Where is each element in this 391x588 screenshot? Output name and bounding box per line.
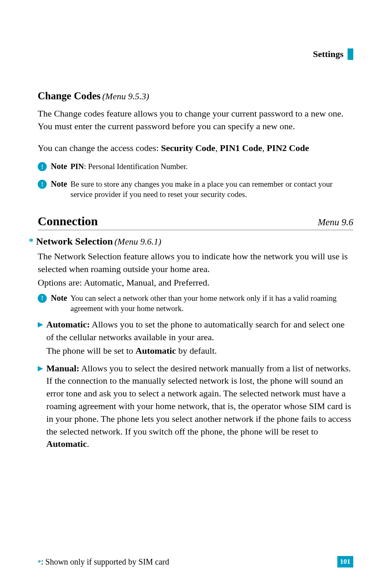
connection-menu-ref: Menu 9.6	[318, 217, 353, 228]
manual-text: Manual: Allows you to select the desired…	[46, 362, 353, 451]
note-label: Note	[51, 179, 67, 189]
network-para2: Options are: Automatic, Manual, and Pref…	[38, 277, 353, 289]
alert-icon: !	[38, 294, 47, 303]
connection-heading: Connection Menu 9.6	[38, 214, 353, 228]
change-codes-para1: The Change codes feature allows you to c…	[38, 108, 353, 133]
bullet-automatic: ▶ Automatic: Allows you to set the phone…	[38, 318, 353, 357]
connection-title: Connection	[38, 214, 98, 228]
manual-label: Manual:	[46, 363, 80, 373]
network-selection-title: Network Selection	[36, 236, 113, 247]
note-pin-text: PIN: Personal Identification Number.	[70, 162, 188, 172]
network-selection-menu-ref: (Menu 9.6.1)	[114, 236, 161, 247]
automatic-text: Automatic: Allows you to set the phone t…	[46, 318, 353, 357]
triangle-bullet-icon: ▶	[38, 364, 43, 373]
change-codes-menu-ref: (Menu 9.5.3)	[102, 91, 149, 101]
page-footer: *: Shown only if supported by SIM card 1…	[38, 556, 353, 567]
star-icon: *	[29, 236, 34, 247]
network-para1: The Network Selection feature allows you…	[38, 250, 353, 276]
network-selection-heading: * Network Selection (Menu 9.6.1)	[29, 236, 353, 247]
alert-icon: !	[38, 180, 47, 189]
divider	[38, 230, 353, 230]
change-codes-title: Change Codes	[38, 90, 101, 101]
page-number: 101	[337, 556, 354, 567]
change-codes-para2: You can change the access codes: Securit…	[38, 142, 353, 155]
manual-desc-pre: Allows you to select the desired network…	[46, 363, 351, 437]
automatic-desc2-pre: The phone will be set to	[46, 345, 136, 356]
header-accent-block	[348, 48, 353, 60]
note-roaming: ! Note You can select a network other th…	[38, 293, 353, 313]
footer-note: *: Shown only if supported by SIM card	[38, 557, 169, 567]
note-label: Note	[51, 293, 67, 303]
pin1-code-label: PIN1 Code	[220, 143, 262, 153]
pin2-code-label: PIN2 Code	[267, 143, 309, 153]
bullet-manual: ▶ Manual: Allows you to select the desir…	[38, 362, 353, 451]
note-pin: ! Note PIN: Personal Identification Numb…	[38, 162, 353, 172]
manual-desc-post: .	[87, 439, 89, 449]
page-content: Change Codes (Menu 9.5.3) The Change cod…	[38, 90, 353, 451]
automatic-desc2-post: by default.	[176, 345, 217, 356]
note-store-changes: ! Note Be sure to store any changes you …	[38, 179, 353, 199]
automatic-label: Automatic:	[46, 319, 90, 329]
alert-icon: !	[38, 162, 47, 171]
footer-text: : Shown only if supported by SIM card	[41, 557, 169, 566]
note-pin-rest: : Personal Identification Number.	[84, 162, 188, 171]
note-pin-bold: PIN	[70, 162, 84, 171]
automatic-desc2-bold: Automatic	[136, 345, 176, 356]
change-codes-para2-pre: You can change the access codes:	[38, 143, 161, 153]
change-codes-heading: Change Codes (Menu 9.5.3)	[38, 90, 353, 102]
note-store-text: Be sure to store any changes you make in…	[70, 179, 353, 199]
header-title: Settings	[313, 49, 343, 59]
manual-desc-bold: Automatic	[46, 439, 87, 449]
network-selection-body: The Network Selection feature allows you…	[38, 250, 353, 451]
note-roaming-text: You can select a network other than your…	[70, 293, 353, 313]
security-code-label: Security Code	[161, 143, 216, 153]
automatic-desc1: Allows you to set the phone to automatic…	[46, 319, 345, 342]
page-header: Settings	[313, 48, 353, 60]
star-icon: *	[38, 559, 41, 566]
triangle-bullet-icon: ▶	[38, 320, 43, 329]
note-label: Note	[51, 162, 67, 171]
